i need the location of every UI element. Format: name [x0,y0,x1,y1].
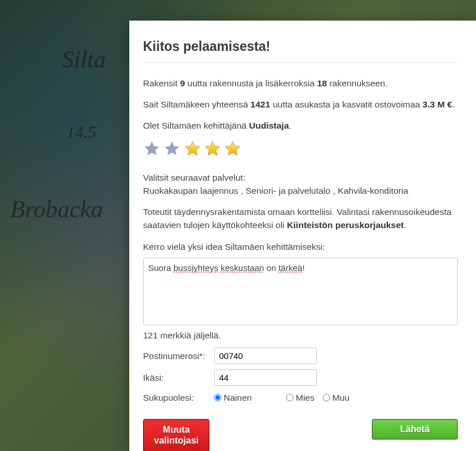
gender-option-o[interactable]: Muu [323,391,350,404]
gender-option-m[interactable]: Mies [286,391,315,404]
result-line-buildings: Rakensit 9 uutta rakennusta ja lisäkerro… [143,77,458,90]
age-input[interactable] [214,369,317,386]
results-modal: Kiitos pelaamisesta! Rakensit 9 uutta ra… [129,21,476,451]
services-lead: Valitsit seuraavat palvelut: [143,171,458,184]
gender-radio-group: Nainen Mies Muu [214,391,350,404]
star-icon [163,140,181,158]
gender-radio-f[interactable] [214,394,221,401]
gender-radio-o[interactable] [323,394,330,401]
star-icon [143,140,161,158]
gender-label: Sukupuolesi: [143,391,207,404]
result-line-residents: Sait Siltamäkeen yhteensä 1421 uutta asu… [143,98,458,111]
star-icon [204,140,221,158]
result-line-role: Olet Siltamäen kehittäjänä Uudistaja. [143,119,458,132]
star-icon [224,140,241,158]
change-choices-button[interactable]: Muutavalintojasi [143,419,209,451]
age-label: Ikäsi: [143,371,207,384]
idea-textarea[interactable]: Suora bussiyhteys keskustaan on tärkeä! [143,258,458,325]
services-list: Ruokakaupan laajennus , Seniori- ja palv… [143,184,458,197]
gender-option-f[interactable]: Nainen [214,391,278,404]
send-button[interactable]: Lähetä [372,419,458,440]
result-line-target: Toteutit täydennysrakentamista omaan kor… [143,205,458,232]
star-rating [143,140,458,161]
postal-label: Postinumerosi*: [143,349,207,362]
star-icon [184,140,201,158]
chars-remaining: 121 merkkiä jäljellä. [143,329,458,342]
idea-label: Kerro vielä yksi idea Siltamäen kehittäm… [143,240,458,253]
modal-title: Kiitos pelaamisesta! [143,37,458,63]
gender-radio-m[interactable] [286,394,293,401]
postal-input[interactable] [214,348,317,364]
